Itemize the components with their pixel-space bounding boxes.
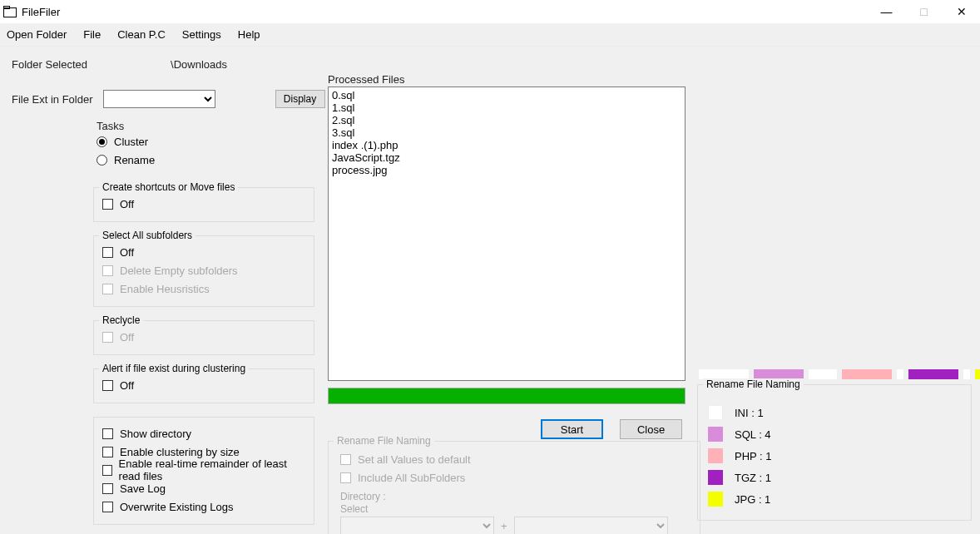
legend-row: PHP : 1	[708, 445, 961, 467]
swatch	[908, 369, 958, 379]
recycle-off-label: Off	[120, 331, 134, 344]
close-button[interactable]: Close	[620, 419, 682, 439]
file-ext-label: File Ext in Folder	[12, 93, 93, 106]
subfolders-title: Select All subfolders	[99, 230, 196, 241]
swatch	[809, 369, 837, 379]
recycle-group: Reclycle Off	[93, 320, 314, 355]
plus-label: +	[501, 520, 507, 532]
subfolders-off-check[interactable]	[102, 247, 113, 258]
heuristics-label: Enable Heusristics	[120, 283, 210, 295]
set-defaults-check	[340, 454, 351, 465]
show-dir-label: Show directory	[120, 428, 191, 440]
shortcuts-group: Create shortcuts or Move files Off	[93, 187, 314, 222]
rename-select-2	[514, 517, 668, 534]
cluster-size-label: Enable clustering by size	[120, 446, 240, 458]
alert-off-check[interactable]	[102, 380, 113, 391]
overwrite-logs-check[interactable]	[102, 502, 113, 512]
legend-color-box	[708, 448, 723, 463]
heuristics-check	[102, 284, 113, 294]
task-rename-label: Rename	[114, 154, 155, 166]
save-log-check[interactable]	[102, 483, 113, 494]
processed-file-item[interactable]: index .(1).php	[332, 139, 681, 151]
swatch	[963, 369, 970, 379]
realtime-remainder-check[interactable]	[102, 465, 112, 476]
menu-clean-pc[interactable]: Clean P.C	[117, 28, 166, 41]
tasks-group: Tasks Cluster Rename	[93, 116, 314, 174]
swatch	[975, 369, 980, 379]
task-rename-radio[interactable]	[97, 155, 107, 166]
rename-file-naming-group: Rename File Naming Set all Values to def…	[328, 441, 700, 534]
processed-files-label: Processed Files	[328, 73, 404, 86]
alert-off-label: Off	[120, 379, 134, 392]
progress-bar	[328, 388, 686, 404]
include-subfolders-check	[340, 472, 351, 483]
app-icon	[3, 6, 17, 17]
shortcuts-title: Create shortcuts or Move files	[99, 181, 238, 193]
file-ext-combobox[interactable]	[103, 90, 215, 108]
processed-files-listbox[interactable]: 0.sql1.sql2.sql3.sqlindex .(1).phpJavaSc…	[328, 87, 686, 381]
processed-file-item[interactable]: 3.sql	[332, 126, 681, 139]
legend-row: TGZ : 1	[708, 467, 961, 488]
folder-selected-label: Folder Selected	[12, 58, 87, 71]
window-controls: — □ ✕	[868, 0, 980, 23]
processed-file-item[interactable]: 0.sql	[332, 89, 681, 101]
legend-row: INI : 1	[708, 402, 961, 423]
legend-title: Rename File Naming	[703, 378, 804, 390]
legend-group: Rename File Naming INI : 1SQL : 4PHP : 1…	[697, 384, 972, 521]
rename-select-1	[340, 517, 494, 534]
legend-color-box	[708, 405, 723, 420]
select-label: Select	[340, 503, 368, 515]
legend-label: TGZ : 1	[735, 472, 771, 484]
legend-color-box	[708, 492, 723, 507]
tasks-title: Tasks	[97, 120, 124, 132]
options-group: Show directory Enable clustering by size…	[93, 417, 314, 525]
menu-file[interactable]: File	[83, 28, 101, 41]
recycle-off-check	[102, 332, 113, 343]
delete-empty-label: Delete Empty subfolders	[120, 265, 238, 277]
delete-empty-check	[102, 265, 113, 276]
folder-selected-value: \Downloads	[171, 58, 227, 71]
close-window-button[interactable]: ✕	[943, 0, 980, 23]
menu-help[interactable]: Help	[238, 28, 260, 41]
titlebar: FileFiler — □ ✕	[0, 0, 980, 23]
svg-rect-0	[4, 8, 17, 17]
processed-file-item[interactable]: process.jpg	[332, 164, 681, 176]
menubar: Open Folder File Clean P.C Settings Help	[0, 23, 980, 47]
legend-label: SQL : 4	[735, 428, 771, 441]
display-button[interactable]: Display	[275, 90, 325, 108]
legend-color-box	[708, 470, 723, 485]
menu-settings[interactable]: Settings	[182, 28, 221, 41]
recycle-title: Reclycle	[99, 314, 143, 326]
realtime-remainder-label: Enable real-time remainder of least read…	[119, 457, 305, 482]
directory-label: Directory :	[340, 491, 386, 502]
legend-row: SQL : 4	[708, 423, 961, 445]
legend-label: JPG : 1	[735, 493, 770, 506]
alert-title: Alert if file exist during clustering	[99, 363, 249, 374]
shortcuts-off-check[interactable]	[102, 199, 113, 210]
menu-open-folder[interactable]: Open Folder	[7, 28, 67, 41]
processed-file-item[interactable]: 1.sql	[332, 101, 681, 114]
maximize-button[interactable]: □	[905, 0, 943, 23]
processed-file-item[interactable]: 2.sql	[332, 114, 681, 126]
processed-file-item[interactable]: JavaScript.tgz	[332, 151, 681, 164]
save-log-label: Save Log	[120, 482, 166, 495]
overwrite-logs-label: Overwrite Existing Logs	[120, 501, 234, 513]
show-dir-check[interactable]	[102, 428, 113, 439]
minimize-button[interactable]: —	[868, 0, 905, 23]
legend-color-box	[708, 427, 723, 442]
cluster-size-check[interactable]	[102, 447, 113, 457]
subfolders-off-label: Off	[120, 246, 134, 259]
set-defaults-label: Set all Values to default	[358, 453, 471, 466]
task-cluster-radio[interactable]	[97, 136, 107, 147]
start-button[interactable]: Start	[541, 419, 603, 439]
legend-label: INI : 1	[735, 407, 764, 419]
subfolders-group: Select All subfolders Off Delete Empty s…	[93, 235, 314, 307]
swatch	[897, 369, 903, 379]
legend-row: JPG : 1	[708, 488, 961, 510]
task-cluster-label: Cluster	[114, 136, 148, 148]
include-subfolders-label: Include All SubFolders	[358, 472, 465, 484]
shortcuts-off-label: Off	[120, 198, 134, 210]
swatch	[842, 369, 892, 379]
app-title: FileFiler	[22, 6, 60, 18]
rename-title: Rename File Naming	[334, 435, 434, 447]
